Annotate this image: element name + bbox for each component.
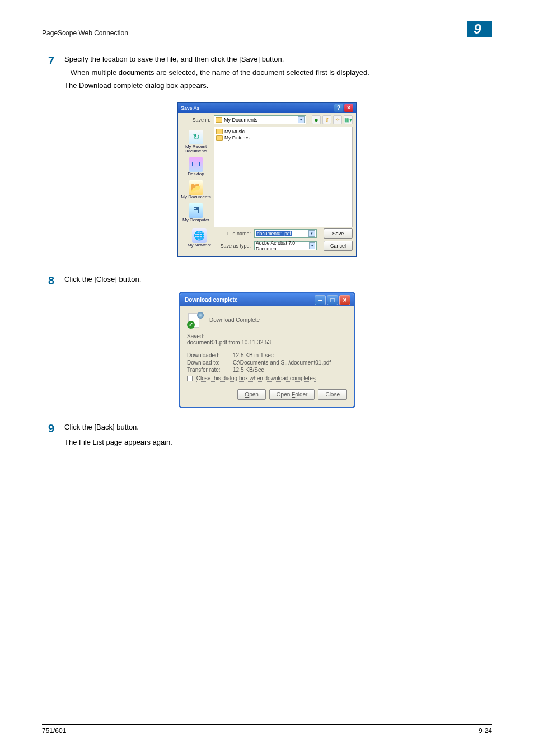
download-complete-dialog: Download complete – □ × ✓ Download Compl… bbox=[179, 292, 355, 408]
downloadto-value: C:\Documents and S...\document01.pdf bbox=[233, 360, 331, 366]
close-icon[interactable]: × bbox=[344, 104, 353, 112]
step-number-7: 7 bbox=[42, 54, 64, 94]
downloadto-label: Download to: bbox=[187, 360, 233, 366]
save-in-combo[interactable]: My Documents ▾ bbox=[214, 115, 306, 124]
minimize-icon[interactable]: – bbox=[315, 295, 326, 305]
close-when-done-checkbox[interactable] bbox=[187, 376, 193, 381]
close-when-done-label: Close this dialog box when download comp… bbox=[196, 375, 316, 382]
list-item-label: My Music bbox=[224, 129, 245, 134]
new-folder-icon[interactable]: ✧ bbox=[333, 115, 342, 124]
recent-icon: ↻ bbox=[189, 130, 203, 144]
help-icon[interactable]: ? bbox=[334, 104, 343, 112]
place-desktop[interactable]: 🖵 Desktop bbox=[188, 157, 204, 177]
place-recent[interactable]: ↻ My Recent Documents bbox=[178, 130, 214, 155]
page-header: PageScope Web Connection 9 bbox=[42, 21, 492, 39]
documents-icon: 📂 bbox=[189, 180, 203, 195]
close-icon[interactable]: × bbox=[339, 295, 350, 305]
save-button[interactable]: Save bbox=[324, 228, 353, 239]
footer-right: 9-24 bbox=[479, 727, 492, 735]
step-8-text: Click the [Close] button. bbox=[64, 274, 492, 285]
rate-value: 12.5 KB/Sec bbox=[233, 367, 264, 373]
step-9-text2: The File List page appears again. bbox=[64, 437, 492, 448]
page-footer: 751/601 9-24 bbox=[42, 724, 492, 735]
download-heading: Download Complete bbox=[209, 317, 260, 323]
save-in-value: My Documents bbox=[224, 117, 257, 123]
place-computer-label: My Computer bbox=[182, 218, 209, 223]
save-as-title-text: Save As bbox=[181, 105, 199, 111]
save-as-titlebar[interactable]: Save As ? × bbox=[178, 103, 356, 113]
places-bar: ↻ My Recent Documents 🖵 Desktop 📂 My Doc… bbox=[178, 127, 214, 227]
step-7-text: Specify the location to save the file, a… bbox=[64, 54, 492, 65]
folder-icon bbox=[216, 117, 222, 123]
header-title: PageScope Web Connection bbox=[42, 29, 128, 37]
rate-label: Transfer rate: bbox=[187, 367, 233, 373]
saved-label: Saved: bbox=[187, 333, 347, 339]
open-folder-button[interactable]: Open Folder bbox=[269, 389, 315, 400]
step-7-subnote: – When multiple documents are selected, … bbox=[64, 67, 492, 78]
saved-value: document01.pdf from 10.11.32.53 bbox=[187, 339, 347, 346]
place-network[interactable]: 🌐 My Network bbox=[188, 228, 211, 248]
place-computer[interactable]: 🖥 My Computer bbox=[182, 203, 209, 223]
network-icon: 🌐 bbox=[192, 228, 207, 243]
savetype-combo[interactable]: Adobe Acrobat 7.0 Document ▾ bbox=[254, 241, 317, 250]
close-button[interactable]: Close bbox=[318, 389, 347, 400]
place-documents[interactable]: 📂 My Documents bbox=[181, 180, 210, 200]
downloaded-value: 12.5 KB in 1 sec bbox=[233, 352, 274, 358]
place-recent-label: My Recent Documents bbox=[178, 144, 214, 155]
download-titlebar[interactable]: Download complete – □ × bbox=[180, 293, 354, 306]
savetype-value: Adobe Acrobat 7.0 Document bbox=[256, 240, 309, 251]
computer-icon: 🖥 bbox=[189, 203, 203, 218]
list-item-label: My Pictures bbox=[224, 135, 249, 141]
open-button[interactable]: Open bbox=[237, 389, 265, 400]
list-item[interactable]: My Music bbox=[216, 129, 350, 134]
filename-input[interactable]: document01.pdf ▾ bbox=[254, 229, 317, 238]
place-documents-label: My Documents bbox=[181, 195, 210, 200]
step-9-text: Click the [Back] button. bbox=[64, 422, 492, 433]
savetype-label: Save as type: bbox=[217, 243, 251, 249]
downloaded-label: Downloaded: bbox=[187, 352, 233, 358]
chevron-down-icon[interactable]: ▾ bbox=[298, 116, 305, 123]
footer-left: 751/601 bbox=[42, 727, 66, 735]
download-complete-icon: ✓ bbox=[187, 312, 204, 329]
chapter-badge: 9 bbox=[467, 21, 492, 37]
step-7-text2: The Download complete dialog box appears… bbox=[64, 80, 492, 91]
chevron-down-icon[interactable]: ▾ bbox=[309, 242, 315, 249]
filename-value: document01.pdf bbox=[256, 231, 292, 236]
save-as-dialog: Save As ? × Save in: My Documents ▾ ● bbox=[177, 102, 357, 257]
desktop-icon: 🖵 bbox=[189, 157, 203, 172]
download-title-text: Download complete bbox=[185, 297, 237, 303]
folder-icon bbox=[216, 129, 223, 134]
nav-up-icon[interactable]: ⇧ bbox=[322, 115, 331, 124]
list-item[interactable]: My Pictures bbox=[216, 135, 350, 141]
place-network-label: My Network bbox=[188, 243, 211, 248]
save-in-label: Save in: bbox=[181, 117, 210, 123]
place-desktop-label: Desktop bbox=[188, 172, 204, 177]
nav-back-icon[interactable]: ● bbox=[312, 115, 321, 124]
step-number-9: 9 bbox=[42, 422, 64, 450]
chevron-down-icon[interactable]: ▾ bbox=[308, 230, 315, 237]
folder-icon bbox=[216, 135, 223, 141]
cancel-button[interactable]: Cancel bbox=[324, 241, 353, 251]
views-icon[interactable]: ▦▾ bbox=[344, 115, 353, 124]
file-list[interactable]: My Music My Pictures bbox=[214, 127, 353, 227]
step-number-8: 8 bbox=[42, 274, 64, 287]
filename-label: File name: bbox=[217, 231, 251, 236]
maximize-icon[interactable]: □ bbox=[327, 295, 338, 305]
